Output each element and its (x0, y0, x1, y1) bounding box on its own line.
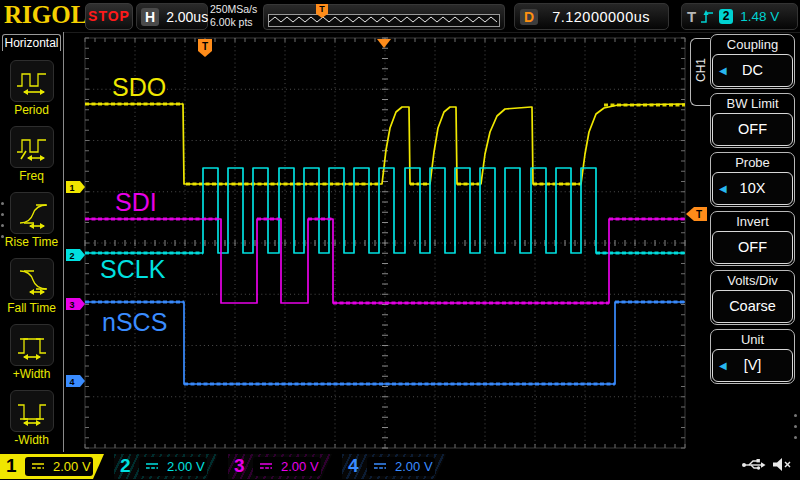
softkey-label: BW Limit (712, 95, 793, 113)
period-icon (14, 64, 50, 98)
run-state-badge[interactable]: STOP (85, 3, 133, 30)
acquisition-info: 250MSa/s 6.00k pts (210, 3, 257, 28)
dc-coupling-icon (373, 460, 387, 472)
signal-label-nscs: nSCS (102, 308, 167, 336)
oscilloscope-screen: 1234TTSDOSDISCLKnSCS RIGOL STOP H 2.00us… (0, 0, 800, 480)
left-menu-title: Horizontal (2, 34, 61, 51)
dc-coupling-icon (31, 460, 45, 472)
channel-scale-box: 2.00 V (139, 457, 207, 476)
rigol-logo: RIGOL (4, 1, 87, 29)
waveform-preview-bar[interactable]: T (263, 4, 505, 30)
horizontal-measure-menu: Horizontal PeriodFreqRise TimeFall Time+… (0, 32, 64, 452)
timebase-value: 2.00us (166, 9, 208, 25)
softkey-volts-div[interactable]: Volts/DivCoarse (710, 270, 795, 325)
neg-width-icon (14, 394, 50, 428)
delay-value: 7.12000000us (552, 9, 650, 25)
menu-item-label: Freq (19, 169, 44, 183)
system-icons (741, 456, 794, 473)
channel-status-ch1[interactable]: 12.00 V (0, 454, 104, 479)
channel-volts-per-div: 2.00 V (53, 459, 91, 474)
trigger-label: T (687, 8, 696, 25)
softkey-unit[interactable]: Unit◀[V] (710, 329, 795, 384)
channel-volts-per-div: 2.00 V (395, 459, 433, 474)
ground-marker-ch2[interactable]: 2 (66, 249, 85, 261)
trigger-center-marker (377, 39, 391, 48)
channel-number: 2 (120, 455, 131, 477)
waveform-display: 1234TTSDOSDISCLKnSCS (0, 0, 800, 480)
usb-icon (741, 456, 766, 473)
svg-text:2: 2 (69, 251, 74, 261)
softkey-value[interactable]: Coarse (712, 290, 793, 323)
svg-text:4: 4 (69, 377, 74, 387)
softkey-probe[interactable]: Probe◀10X (710, 152, 795, 207)
menu-item-freq[interactable]: Freq (0, 126, 63, 183)
channel-volts-per-div: 2.00 V (281, 459, 319, 474)
rise-time-icon (14, 196, 50, 230)
dc-coupling-icon (259, 460, 273, 472)
menu-item-label: Rise Time (5, 235, 58, 249)
left-page-dots (1, 194, 5, 246)
trigger-delay-box[interactable]: D 7.12000000us (514, 3, 669, 30)
channel-scale-box: 2.00 V (25, 457, 93, 476)
h-label: H (141, 8, 159, 26)
memory-depth: 6.00k pts (210, 16, 257, 29)
softkey-label: Coupling (712, 36, 793, 54)
softkey-value[interactable]: ◀DC (712, 54, 793, 87)
channel-status-ch4[interactable]: 42.00 V (342, 454, 446, 479)
menu-item-fall-time[interactable]: Fall Time (0, 258, 63, 315)
sample-rate: 250MSa/s (210, 3, 257, 16)
softkey-value[interactable]: ◀[V] (712, 349, 793, 382)
horizontal-timebase-box[interactable]: H 2.00us (136, 3, 208, 30)
right-page-dots (794, 406, 798, 447)
menu-item-period[interactable]: Period (0, 60, 63, 117)
speaker-muted-icon[interactable] (772, 456, 794, 473)
channel-status-bar: 12.00 V22.00 V32.00 V42.00 V (0, 452, 800, 480)
trigger-level-marker[interactable]: T (686, 207, 707, 221)
channel-scale-box: 2.00 V (253, 457, 321, 476)
ground-marker-ch4[interactable]: 4 (66, 375, 85, 387)
channel-volts-per-div: 2.00 V (167, 459, 205, 474)
signal-label-sdo: SDO (112, 73, 166, 101)
menu-item-label: Period (14, 103, 49, 117)
freq-icon (14, 130, 50, 164)
channel-number: 1 (6, 455, 17, 477)
header-bar: RIGOL STOP H 2.00us 250MSa/s 6.00k pts T… (0, 0, 800, 33)
trigger-position-flag[interactable]: T (198, 39, 212, 57)
menu-item-label: Fall Time (7, 301, 56, 315)
softkey-invert[interactable]: InvertOFF (710, 211, 795, 266)
preview-wave (268, 14, 500, 27)
softkey-label: Invert (712, 213, 793, 231)
channel-tab[interactable]: CH1 (690, 38, 711, 106)
select-arrow-icon: ◀ (719, 55, 727, 86)
svg-text:T: T (696, 209, 702, 220)
dc-coupling-icon (145, 460, 159, 472)
ch1-menu: Coupling◀DCBW LimitOFFProbe◀10XInvertOFF… (710, 34, 797, 452)
trigger-level-value: 1.48 V (740, 9, 779, 24)
trigger-source-badge: 2 (719, 9, 733, 24)
menu-item--width[interactable]: -Width (0, 390, 63, 447)
softkey-value[interactable]: OFF (712, 113, 793, 146)
softkey-coupling[interactable]: Coupling◀DC (710, 34, 795, 89)
pos-width-icon (14, 328, 50, 362)
rising-edge-icon (700, 9, 715, 25)
ground-marker-ch3[interactable]: 3 (66, 298, 85, 310)
fall-time-icon (14, 262, 50, 296)
channel-scale-box: 2.00 V (367, 457, 435, 476)
signal-label-sclk: SCLK (100, 255, 166, 283)
menu-item-rise-time[interactable]: Rise Time (0, 192, 63, 249)
channel-status-ch3[interactable]: 32.00 V (228, 454, 332, 479)
softkey-value[interactable]: OFF (712, 231, 793, 264)
trigger-info-box[interactable]: T 2 1.48 V (681, 3, 798, 30)
delay-label: D (520, 9, 538, 25)
channel-status-ch2[interactable]: 22.00 V (114, 454, 218, 479)
softkey-value[interactable]: ◀10X (712, 172, 793, 205)
svg-text:1: 1 (69, 183, 74, 193)
ground-marker-ch1[interactable]: 1 (66, 181, 85, 193)
menu-item--width[interactable]: +Width (0, 324, 63, 381)
softkey-bw-limit[interactable]: BW LimitOFF (710, 93, 795, 148)
select-arrow-icon: ◀ (719, 173, 727, 204)
softkey-label: Volts/Div (712, 272, 793, 290)
svg-text:3: 3 (69, 300, 74, 310)
channel-number: 3 (234, 455, 245, 477)
softkey-label: Probe (712, 154, 793, 172)
